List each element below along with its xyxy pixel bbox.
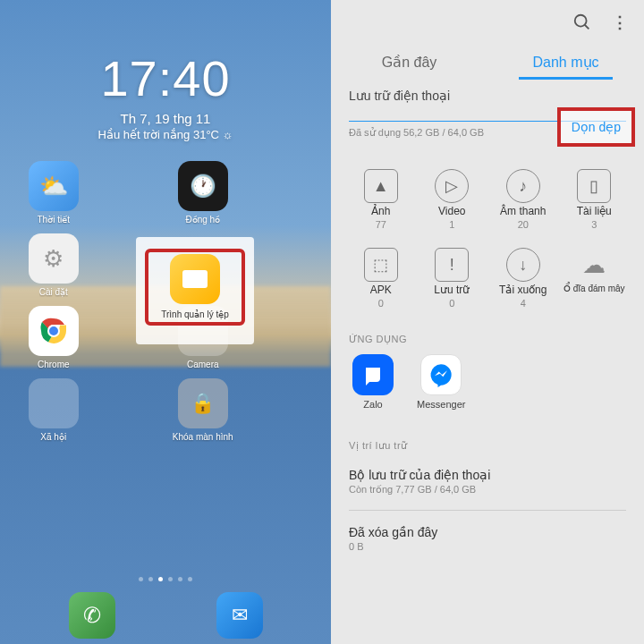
more-icon[interactable]: ⋮ — [612, 13, 628, 32]
category-grid: ▲Ảnh77 ▷Video1 ♪Âm thanh20 ▯Tài liệu3 ⬚A… — [331, 148, 644, 318]
cat-apk[interactable]: ⬚APK0 — [347, 248, 415, 309]
app-file-manager[interactable] — [170, 254, 220, 304]
cube-icon: ⬚ — [364, 248, 398, 282]
cleanup-button[interactable]: Dọn dẹp — [557, 107, 635, 147]
app-zalo[interactable]: Zalo — [352, 354, 394, 410]
weather-text: Hầu hết trời nắng 31°C ☼ — [0, 128, 331, 141]
cat-video[interactable]: ▷Video1 — [419, 169, 487, 230]
cat-docs[interactable]: ▯Tài liệu3 — [561, 169, 629, 230]
row-recently-deleted[interactable]: Đã xóa gần đây 0 B — [331, 514, 644, 563]
tab-categories[interactable]: Danh mục — [487, 45, 644, 80]
tab-recent[interactable]: Gần đây — [331, 45, 487, 80]
cat-images[interactable]: ▲Ảnh77 — [347, 169, 415, 230]
svg-line-4 — [585, 25, 589, 30]
cat-cloud[interactable]: ☁Ổ đĩa đám mây — [561, 248, 629, 309]
page-indicator[interactable] — [0, 577, 331, 581]
document-icon: ▯ — [577, 169, 611, 203]
dock-phone[interactable]: ✆ — [69, 592, 115, 639]
app-clock[interactable]: 🕐 Đồng hồ — [167, 161, 239, 225]
row-phone-storage[interactable]: Bộ lưu trữ của điện thoại Còn trống 7,77… — [331, 457, 644, 506]
dock: ✆ ✉ — [0, 590, 331, 644]
topbar: ⋮ — [331, 0, 644, 45]
date-text: Th 7, 19 thg 11 — [0, 111, 331, 126]
homescreen: 17:40 Th 7, 19 thg 11 Hầu hết trời nắng … — [0, 0, 331, 644]
archive-icon: ! — [435, 248, 469, 282]
apps-row: Zalo Messenger — [331, 351, 644, 424]
location-header: Vị trí lưu trữ — [331, 424, 644, 457]
clock-widget: 17:40 Th 7, 19 thg 11 Hầu hết trời nắng … — [0, 49, 331, 141]
cleanup-callout: Dọn dẹp — [557, 107, 635, 147]
dock-messages[interactable]: ✉ — [216, 592, 263, 639]
image-icon: ▲ — [364, 169, 398, 203]
time-text: 17:40 — [0, 49, 331, 107]
app-chrome[interactable]: Chrome — [18, 306, 89, 369]
app-messenger[interactable]: Messenger — [417, 354, 465, 410]
svg-point-3 — [575, 15, 587, 27]
cloud-icon: ☁ — [577, 248, 611, 282]
app-settings[interactable]: ⚙ Cài đặt — [18, 233, 89, 297]
music-icon: ♪ — [506, 169, 540, 203]
app-social-folder[interactable]: Xã hội — [18, 378, 89, 442]
cat-downloads[interactable]: ↓Tải xuống4 — [489, 248, 557, 309]
download-icon: ↓ — [506, 248, 540, 282]
app-file-manager-label: Trình quản lý tệp — [141, 309, 249, 319]
cat-archive[interactable]: !Lưu trữ0 — [419, 248, 487, 309]
separator — [349, 510, 626, 511]
storage-title: Lưu trữ điện thoại — [349, 89, 626, 103]
app-weather[interactable]: ⛅ Thời tiết — [18, 161, 89, 225]
apps-header: ỨNG DỤNG — [331, 318, 644, 351]
search-icon[interactable] — [572, 13, 592, 32]
cat-audio[interactable]: ♪Âm thanh20 — [489, 169, 557, 230]
play-icon: ▷ — [435, 169, 469, 203]
app-lockscreen[interactable]: 🔒 Khóa màn hình — [167, 378, 239, 442]
file-manager: ⋮ Gần đây Danh mục Lưu trữ điện thoại Đã… — [331, 0, 644, 644]
tabs: Gần đây Danh mục — [331, 45, 644, 80]
